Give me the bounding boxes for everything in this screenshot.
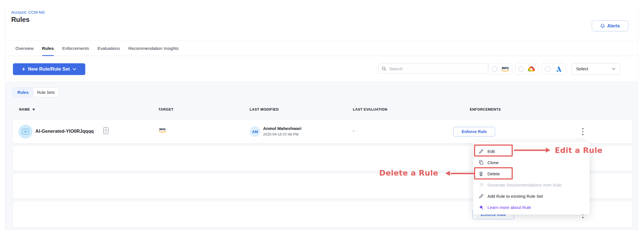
- column-header-enforcements-label: ENFORCEMENTS: [470, 108, 501, 111]
- provider-filter-aws[interactable]: aws: [489, 63, 512, 75]
- ai-sparkle-icon: [478, 205, 484, 210]
- column-header-last-evaluation-label: LAST EVALUATION: [353, 108, 387, 111]
- search-box[interactable]: [378, 64, 488, 74]
- search-input[interactable]: [389, 66, 484, 71]
- tab-enforcements-label: Enforcements: [62, 46, 89, 51]
- edit-annotation-label: Edit a Rule: [555, 146, 602, 155]
- alerts-button[interactable]: Alerts: [592, 20, 628, 31]
- menu-item-generate-recommendations-label: Generate Recommendations from Rule: [487, 183, 562, 187]
- column-header-name[interactable]: NAME: [19, 108, 35, 111]
- new-rule-button[interactable]: + New Rule/Rule Set: [13, 63, 85, 75]
- copy-icon: [478, 160, 484, 165]
- bell-icon: [600, 24, 605, 29]
- code-rule-icon: </>: [22, 129, 29, 134]
- menu-item-clone[interactable]: Clone: [473, 157, 590, 168]
- tab-rules-label: Rules: [42, 46, 54, 51]
- delete-annotation-arrowhead: [445, 171, 450, 176]
- modified-by-name: Anmol Maheshwari: [263, 126, 302, 131]
- menu-item-add-to-rule-set[interactable]: Add Rule to existing Rule Set: [473, 190, 590, 202]
- page-title: Rules: [11, 16, 29, 24]
- table-row-rule[interactable]: </> AI-Generated-YIO0RJqqqq aws AM Anmol…: [13, 120, 633, 143]
- gcp-logo: [527, 66, 536, 72]
- menu-item-clone-label: Clone: [487, 160, 499, 165]
- menu-item-add-to-rule-set-label: Add Rule to existing Rule Set: [487, 194, 543, 199]
- column-header-name-label: NAME: [19, 108, 30, 111]
- chevron-down-icon: [73, 68, 76, 70]
- menu-item-generate-recommendations: Generate Recommendations from Rule: [473, 179, 590, 190]
- delete-highlight-box: [474, 167, 513, 180]
- enforce-rule-button-label: Enforce Rule: [462, 129, 487, 134]
- modified-by-avatar: AM: [250, 126, 260, 137]
- target-aws-logo: aws: [158, 127, 166, 133]
- column-header-enforcements: ENFORCEMENTS: [470, 108, 501, 111]
- aws-logo: aws: [501, 66, 509, 72]
- search-icon: [382, 66, 386, 71]
- rule-avatar: </>: [19, 125, 33, 139]
- new-rule-button-label: New Rule/Rule Set: [28, 66, 70, 72]
- tab-evaluations-label: Evaluations: [97, 46, 120, 51]
- tab-bar: Overview Rules Enforcements Evaluations …: [5, 41, 638, 56]
- bottom-strip: [0, 230, 644, 233]
- menu-item-learn-more[interactable]: Learn more about Rule: [473, 202, 590, 213]
- chevron-down-icon: [612, 68, 615, 70]
- view-toggle: Rules Rule Sets: [13, 87, 59, 97]
- aws-logo-text: aws: [502, 66, 509, 70]
- azure-logo: [555, 66, 563, 72]
- tab-rules[interactable]: Rules: [42, 41, 54, 56]
- azure-radio[interactable]: [545, 66, 551, 72]
- plus-icon: +: [22, 66, 25, 73]
- aws-radio[interactable]: [491, 66, 497, 72]
- row-actions-kebab-icon[interactable]: [577, 126, 588, 138]
- enforcement-select[interactable]: Select: [571, 63, 620, 75]
- provider-filter-gcp[interactable]: [515, 63, 539, 75]
- column-header-last-evaluation: LAST EVALUATION: [353, 108, 387, 111]
- view-toggle-rules-label: Rules: [17, 90, 29, 95]
- edit-annotation-arrow: [514, 150, 546, 151]
- select-label: Select: [576, 66, 588, 71]
- view-toggle-rule-sets-label: Rule Sets: [37, 90, 55, 95]
- target-aws-logo-text: aws: [159, 127, 165, 131]
- view-toggle-rules[interactable]: Rules: [13, 88, 33, 97]
- gcp-radio[interactable]: [518, 66, 524, 72]
- tab-enforcements[interactable]: Enforcements: [62, 41, 89, 56]
- panel-right-border: [638, 8, 638, 230]
- tab-overview-label: Overview: [15, 46, 34, 51]
- column-header-last-modified-label: LAST MODIFIED: [250, 108, 279, 111]
- pencil-icon: [478, 194, 484, 199]
- magic-wand-icon: [478, 183, 484, 187]
- tab-recommendation-insights[interactable]: Recommendation Insights: [128, 41, 179, 56]
- tab-evaluations[interactable]: Evaluations: [97, 41, 120, 56]
- enforce-rule-button[interactable]: Enforce Rule: [453, 127, 495, 136]
- delete-annotation-arrow: [450, 173, 475, 174]
- column-header-last-modified: LAST MODIFIED: [250, 108, 279, 111]
- view-toggle-rule-sets[interactable]: Rule Sets: [33, 88, 59, 97]
- provider-filter-azure[interactable]: [542, 63, 565, 75]
- last-evaluation-value: -: [353, 128, 354, 133]
- column-header-target-label: TARGET: [158, 108, 173, 111]
- edit-annotation-arrowhead: [546, 148, 550, 153]
- rules-page: Account: CCM-NG Rules Alerts Overview Ru…: [0, 0, 644, 233]
- delete-annotation-label: Delete a Rule: [379, 169, 438, 177]
- column-header-target: TARGET: [158, 108, 173, 111]
- rule-description-icon[interactable]: [103, 127, 109, 134]
- edit-highlight-box: [474, 145, 513, 157]
- alerts-button-label: Alerts: [607, 24, 620, 29]
- tab-overview[interactable]: Overview: [15, 41, 34, 56]
- sort-caret-icon: [32, 109, 35, 111]
- breadcrumb[interactable]: Account: CCM-NG: [11, 10, 45, 15]
- tab-recommendation-insights-label: Recommendation Insights: [128, 46, 179, 51]
- rule-name: AI-Generated-YIO0RJqqqq: [35, 129, 94, 134]
- menu-item-learn-more-label: Learn more about Rule: [487, 205, 531, 210]
- modified-date: 2025-04-15 07:48 PM: [263, 132, 298, 136]
